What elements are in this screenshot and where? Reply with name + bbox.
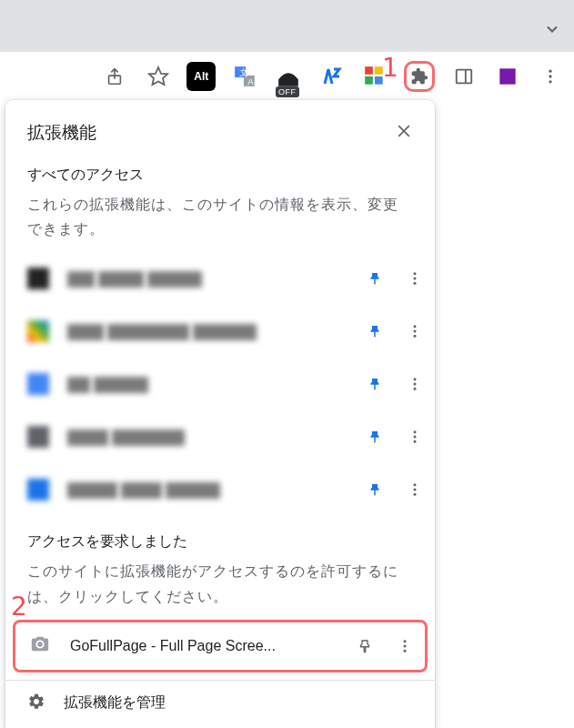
more-icon[interactable] [395,429,435,445]
svg-rect-12 [499,68,515,84]
ext-icon-generic-1[interactable]: OFF [274,61,303,92]
bookmark-star-icon[interactable] [144,61,173,92]
section-desc: このサイトに拡張機能がアクセスするのを許可するには、クリックしてください。 [27,559,413,608]
svg-point-26 [414,388,417,390]
svg-marker-1 [149,67,167,85]
svg-point-28 [414,436,417,439]
pin-icon[interactable] [355,481,395,498]
extension-icon [27,373,49,395]
svg-text:文: 文 [239,66,248,76]
section-title: すべてのアクセス [27,166,413,185]
camera-icon [30,634,52,658]
extension-row-2[interactable] [5,305,435,358]
extension-name-blurred [67,376,355,393]
alt-badge: Alt [186,62,216,91]
manage-extensions[interactable]: 拡張機能を管理 [5,681,435,726]
pin-icon[interactable] [355,323,395,339]
popup-header: 拡張機能 [5,100,435,158]
svg-point-34 [404,644,407,647]
browser-top-bar [0,0,574,51]
more-icon[interactable] [395,481,435,498]
ext-icon-onenote[interactable] [493,61,522,92]
ext-icon-edge[interactable] [317,61,347,92]
extension-icon [27,426,49,448]
svg-point-14 [549,75,552,77]
svg-point-32 [414,493,417,496]
extension-name: GoFullPage - Full Page Scree... [70,638,345,654]
close-icon[interactable] [389,116,418,149]
popup-title: 拡張機能 [27,121,96,145]
browser-menu-icon[interactable] [536,61,565,92]
svg-point-19 [414,278,417,280]
annotation-2: 2 [11,592,27,622]
extension-name-blurred [67,429,355,446]
extension-name-blurred [67,323,355,340]
svg-point-25 [414,383,417,386]
svg-rect-6 [365,66,373,75]
more-icon[interactable] [395,376,435,392]
ext-icon-translate[interactable]: 文A [230,61,259,92]
svg-point-29 [414,440,417,443]
svg-point-20 [414,282,417,285]
manage-extensions-label: 拡張機能を管理 [64,693,166,713]
extension-row-5[interactable] [5,463,435,516]
pin-icon[interactable] [355,429,395,445]
svg-text:A: A [247,76,254,86]
svg-point-27 [414,431,417,434]
more-icon[interactable] [395,323,435,339]
gear-icon [27,693,45,714]
svg-rect-8 [365,76,373,85]
side-panel-icon[interactable] [449,61,478,92]
section-desc: これらの拡張機能は、このサイトの情報を表示、変更できます。 [27,192,413,241]
svg-point-33 [404,640,407,642]
extension-row-3[interactable] [5,358,435,410]
section-full-access: すべてのアクセス これらの拡張機能は、このサイトの情報を表示、変更できます。 [5,158,435,241]
divider [0,51,574,52]
svg-point-15 [549,80,552,83]
section-requested-access: アクセスを要求しました このサイトに拡張機能がアクセスするのを許可するには、クリ… [5,516,435,608]
extension-row-4[interactable] [5,410,435,463]
ext-icon-alt-text[interactable]: Alt [186,61,216,92]
chevron-down-icon[interactable] [543,20,561,42]
annotation-1: 1 [382,53,398,83]
svg-rect-10 [457,69,472,83]
svg-point-35 [404,650,407,652]
off-badge: OFF [276,86,299,97]
more-icon[interactable] [395,270,435,287]
share-icon[interactable] [100,61,129,92]
svg-point-21 [414,326,417,329]
extension-row-1[interactable] [5,252,435,305]
svg-point-24 [414,379,417,381]
svg-point-22 [414,330,417,333]
pin-icon[interactable] [355,270,395,287]
svg-point-13 [549,69,552,72]
svg-point-31 [414,489,417,491]
svg-point-30 [414,484,417,487]
extension-name-blurred [67,481,355,499]
extensions-popup: 拡張機能 すべてのアクセス これらの拡張機能は、このサイトの情報を表示、変更でき… [5,100,435,728]
section-title: アクセスを要求しました [27,532,413,551]
browser-toolbar: Alt 文A OFF [0,51,574,102]
more-icon[interactable] [385,638,425,654]
svg-point-18 [414,273,417,276]
extension-icon [27,268,49,289]
pin-icon[interactable] [355,376,395,392]
extensions-button[interactable] [404,61,435,92]
pin-outline-icon[interactable] [345,638,385,654]
extension-icon [27,320,49,342]
extension-icon [27,479,49,500]
extension-name-blurred [67,270,355,288]
extension-row-gofullpage[interactable]: GoFullPage - Full Page Scree... [13,620,428,672]
svg-point-23 [414,335,417,338]
